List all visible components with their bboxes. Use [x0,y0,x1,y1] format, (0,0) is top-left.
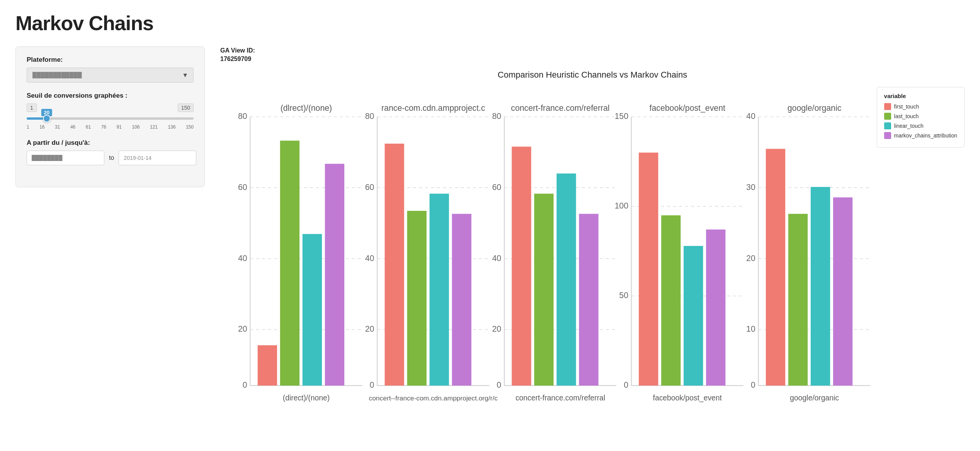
chart-legend: variable first_touch last_touch linear_t… [877,87,965,148]
svg-text:40: 40 [238,253,247,263]
legend-item-last: last_touch [884,113,957,120]
slider-min-label: 1 [27,103,37,112]
svg-text:0: 0 [243,380,247,390]
ga-view-id: GA View ID: 176259709 [220,46,965,64]
svg-text:google/organic: google/organic [788,103,842,113]
plateforme-select[interactable]: ████████████ [27,68,194,83]
tick-46: 46 [70,124,75,130]
svg-text:150: 150 [614,112,628,121]
main-layout: Plateforme: ████████████ ▼ Seuil de conv… [15,46,965,451]
date-row: to [27,151,194,165]
bar-p1-first [258,345,277,385]
date-to-input[interactable] [119,151,196,165]
date-from-input[interactable] [27,151,104,165]
svg-text:60: 60 [238,183,247,192]
tick-1: 1 [27,124,29,130]
sidebar-panel: Plateforme: ████████████ ▼ Seuil de conv… [15,46,205,187]
legend-item-linear: linear_touch [884,122,957,129]
chart-area: GA View ID: 176259709 Comparison Heurist… [220,46,965,451]
bar-p1-last [280,141,299,385]
svg-text:60: 60 [365,183,374,192]
bar-chart-svg: (dlrect)/(none) 80 60 40 20 [220,87,871,451]
date-label: A partir du / jusqu'à: [27,139,194,147]
svg-text:0: 0 [751,380,755,390]
svg-text:20: 20 [238,324,247,334]
svg-text:40: 40 [746,112,755,121]
svg-text:20: 20 [492,324,502,334]
ga-view-label: GA View ID: [220,47,255,54]
svg-text:30: 30 [746,183,755,192]
legend-swatch-linear [884,122,891,129]
tick-136: 136 [168,124,175,130]
plateforme-dropdown-wrapper: ████████████ ▼ [27,68,194,83]
tick-91: 91 [116,124,121,130]
bar-p4-linear [684,246,703,386]
legend-label-first: first_touch [894,103,919,110]
bar-p2-linear [430,193,449,385]
date-separator: to [109,154,114,161]
bar-p5-linear [811,187,830,385]
bar-p4-markov [706,229,725,385]
svg-text:google/organic: google/organic [790,394,839,402]
slider-track-wrapper: 20 [27,114,194,123]
svg-text:0: 0 [497,380,501,390]
legend-label-last: last_touch [894,113,919,119]
date-section: A partir du / jusqu'à: to [27,139,194,165]
svg-text:100: 100 [614,201,628,210]
legend-item-first: first_touch [884,103,957,110]
svg-text:20: 20 [365,324,374,334]
bar-p4-first [639,153,658,385]
tick-16: 16 [39,124,44,130]
chart-title: Comparison Heuristic Channels vs Markov … [220,70,965,80]
tick-76: 76 [101,124,106,130]
slider-track: 20 [27,117,194,120]
svg-text:concert-france.com/referral: concert-france.com/referral [511,103,609,113]
svg-text:(direct)/(none): (direct)/(none) [283,394,330,402]
chart-svg-area: (dlrect)/(none) 80 60 40 20 [220,87,871,451]
slider-max-label: 150 [178,103,194,112]
legend-label-linear: linear_touch [894,123,924,129]
seuil-label: Seuil de conversions graphées : [27,92,194,100]
svg-text:concert-france.com/referral: concert-france.com/referral [516,394,605,402]
slider-ticks: 1 16 31 46 61 76 91 106 121 136 150 [27,124,194,130]
slider-thumb[interactable] [43,115,51,122]
svg-text:20: 20 [746,253,755,263]
svg-text:10: 10 [746,324,755,334]
svg-text:80: 80 [492,112,502,121]
svg-text:rance-com.cdn.ampproject.c: rance-com.cdn.ampproject.c [381,103,485,113]
plateforme-label: Plateforme: [27,56,194,64]
panel-5: google/organic 40 30 20 10 0 [746,103,870,402]
bar-p3-linear [556,173,576,385]
tick-150: 150 [186,124,194,130]
bar-p3-first [512,146,531,385]
svg-text:0: 0 [624,380,628,390]
bar-p5-markov [833,197,852,385]
seuil-section: Seuil de conversions graphées : 1 150 20… [27,92,194,130]
svg-text:concert--france-com.cdn.amppro: concert--france-com.cdn.ampproject.org/r… [369,394,498,402]
ga-view-id-value: 176259709 [220,56,251,62]
svg-text:facebook/post_event: facebook/post_event [650,103,725,113]
svg-text:facebook/post_event: facebook/post_event [653,394,722,402]
bar-p3-markov [579,214,598,386]
tick-31: 31 [55,124,60,130]
legend-swatch-last [884,113,891,120]
svg-text:(dlrect)/(none): (dlrect)/(none) [281,103,332,113]
svg-text:0: 0 [370,380,374,390]
tick-121: 121 [150,124,158,130]
tick-61: 61 [86,124,91,130]
bar-p1-markov [325,164,344,385]
svg-text:80: 80 [238,112,247,121]
svg-text:80: 80 [365,112,374,121]
bar-p2-last [407,211,427,386]
legend-swatch-markov [884,132,891,139]
svg-text:50: 50 [619,291,628,300]
panel-4: facebook/post_event 150 100 50 0 [614,103,743,402]
panel-1: (dlrect)/(none) 80 60 40 20 [238,103,362,402]
legend-label-markov: markov_chains_attribution [894,132,957,139]
svg-text:40: 40 [365,253,374,263]
page-title: Markov Chains [15,12,965,35]
chart-outer: (dlrect)/(none) 80 60 40 20 [220,87,965,451]
legend-item-markov: markov_chains_attribution [884,132,957,139]
bar-p3-last [534,193,553,385]
plateforme-section: Plateforme: ████████████ ▼ [27,56,194,83]
